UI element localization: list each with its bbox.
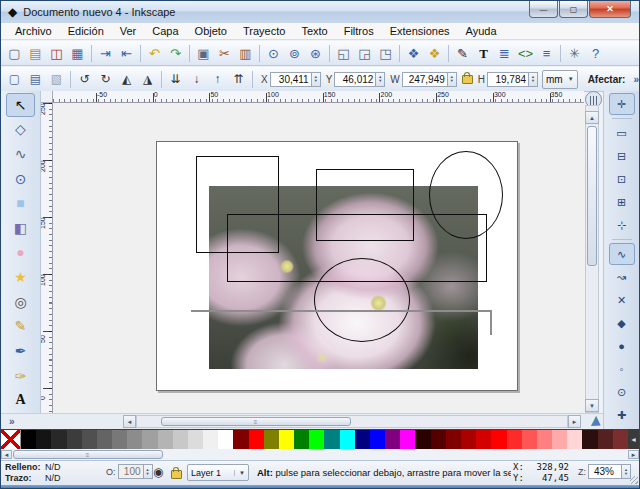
palette-swatch-20[interactable] bbox=[309, 430, 324, 449]
scroll-right-button[interactable]: ► bbox=[568, 415, 581, 428]
palette-swatch-19[interactable] bbox=[294, 430, 309, 449]
menu-item-edicion[interactable]: Edición bbox=[60, 24, 112, 38]
minimize-button[interactable]: — bbox=[529, 1, 558, 18]
xml-editor-button[interactable]: <> bbox=[515, 43, 536, 64]
menu-item-ver[interactable]: Ver bbox=[112, 24, 145, 38]
scroll-down-button[interactable]: ▼ bbox=[585, 399, 599, 412]
rotate-ccw-button[interactable]: ↺ bbox=[74, 69, 95, 90]
palette-swatch-26[interactable] bbox=[400, 430, 415, 449]
palette-swatch-16[interactable] bbox=[249, 430, 264, 449]
layer-visibility-eye-icon[interactable]: ◉ bbox=[153, 465, 163, 479]
select-all-button[interactable]: ▢ bbox=[4, 69, 25, 90]
palette-swatch-18[interactable] bbox=[279, 430, 294, 449]
lower-to-bottom-button[interactable]: ⇊ bbox=[165, 69, 186, 90]
new-document-button[interactable]: ▢ bbox=[4, 43, 25, 64]
paste-button[interactable]: ▥ bbox=[235, 43, 256, 64]
snap-path-intersections-button[interactable]: ✕ bbox=[609, 289, 635, 311]
canvas[interactable] bbox=[53, 103, 585, 413]
menu-item-filtros[interactable]: Filtros bbox=[336, 24, 382, 38]
snap-bounding-box-button[interactable]: ▭ bbox=[609, 122, 635, 144]
palette-swatch-8[interactable] bbox=[127, 430, 142, 449]
scroll-left-button[interactable]: ◄ bbox=[123, 415, 136, 428]
snap-smooth-nodes-button[interactable]: ● bbox=[609, 335, 635, 357]
snap-bbox-edges-button[interactable]: ⊟ bbox=[609, 145, 635, 167]
palette-swatch-22[interactable] bbox=[340, 430, 355, 449]
palette-swatch-9[interactable] bbox=[142, 430, 157, 449]
palette-swatch-10[interactable] bbox=[158, 430, 173, 449]
scroll-up-button[interactable]: ▲ bbox=[585, 111, 599, 124]
palette-swatch-13[interactable] bbox=[203, 430, 218, 449]
palette-swatch-35[interactable] bbox=[537, 430, 552, 449]
zoom-input[interactable]: 43% bbox=[588, 464, 622, 479]
snap-toggle-button[interactable]: ✛ bbox=[609, 93, 635, 115]
ellipse-shape-2[interactable] bbox=[314, 258, 410, 342]
lower-button[interactable]: ↓ bbox=[186, 69, 207, 90]
palette-scroll-right-button[interactable]: ► bbox=[628, 450, 639, 459]
palette-swatch-5[interactable] bbox=[82, 430, 97, 449]
ungroup-objects-button[interactable]: ❖ bbox=[424, 43, 445, 64]
tool-text[interactable]: A bbox=[6, 388, 35, 412]
palette-swatch-15[interactable] bbox=[233, 430, 248, 449]
tool-ellipse[interactable]: ● bbox=[6, 241, 35, 265]
layers-dialog-button[interactable]: ≣ bbox=[494, 43, 515, 64]
title-bar[interactable]: ◆ Documento nuevo 4 - Inkscape — ▢ ✕ bbox=[1, 1, 639, 24]
y-position-field[interactable]: Y 46,012 ▲▼ bbox=[326, 72, 386, 87]
unlink-clone-button[interactable]: ◳ bbox=[375, 43, 396, 64]
palette-swatch-2[interactable] bbox=[36, 430, 51, 449]
line-path-horizontal[interactable] bbox=[191, 310, 491, 312]
raise-button[interactable]: ↑ bbox=[207, 69, 228, 90]
maximize-button[interactable]: ▢ bbox=[559, 1, 588, 18]
palette-swatch-39[interactable] bbox=[598, 430, 613, 449]
text-dialog-button[interactable]: T bbox=[473, 43, 494, 64]
line-path-vertical[interactable] bbox=[490, 310, 492, 335]
tool-pencil[interactable]: ✎ bbox=[6, 314, 35, 338]
palette-swatch-17[interactable] bbox=[264, 430, 279, 449]
palette-more-button[interactable]: ◄ bbox=[628, 429, 639, 449]
tool-options-overflow-button[interactable]: » bbox=[633, 74, 639, 85]
resize-grip[interactable] bbox=[630, 476, 638, 484]
palette-swatch-3[interactable] bbox=[51, 430, 66, 449]
x-position-field[interactable]: X 30,411 ▲▼ bbox=[261, 72, 321, 87]
palette-swatch-37[interactable] bbox=[567, 430, 582, 449]
palette-swatch-14[interactable] bbox=[218, 430, 233, 449]
palette-swatch-23[interactable] bbox=[355, 430, 370, 449]
tool-selector[interactable]: ↖ bbox=[6, 93, 35, 117]
tool-box-3d[interactable]: ◧ bbox=[6, 216, 35, 240]
tool-bezier-pen[interactable]: ✒ bbox=[6, 339, 35, 363]
about-help-button[interactable]: ? bbox=[585, 43, 606, 64]
palette-swatch-11[interactable] bbox=[173, 430, 188, 449]
palette-swatch-33[interactable] bbox=[507, 430, 522, 449]
palette-swatch-32[interactable] bbox=[491, 430, 506, 449]
palette-scroll-left-button[interactable]: ◄ bbox=[1, 450, 12, 459]
palette-swatch-25[interactable] bbox=[385, 430, 400, 449]
align-distribute-button[interactable]: ≡ bbox=[536, 43, 557, 64]
vertical-scrollbar-thumb[interactable] bbox=[587, 126, 597, 266]
palette-swatch-40[interactable] bbox=[613, 430, 628, 449]
menu-item-trayecto[interactable]: Trayecto bbox=[235, 24, 293, 38]
palette-swatch-31[interactable] bbox=[476, 430, 491, 449]
height-spinner[interactable]: ▲▼ bbox=[529, 72, 538, 87]
palette-swatch-30[interactable] bbox=[461, 430, 476, 449]
opacity-input[interactable]: 100 bbox=[118, 464, 144, 479]
vertical-ruler[interactable]: 250200150100500 bbox=[41, 103, 53, 413]
palette-swatch-27[interactable] bbox=[415, 430, 430, 449]
horizontal-scrollbar-thumb[interactable]: ≡ bbox=[161, 417, 351, 426]
menu-item-objeto[interactable]: Objeto bbox=[187, 24, 235, 38]
width-field[interactable]: W 247,949 ▲▼ bbox=[390, 72, 456, 87]
tool-calligraphy[interactable]: ✑ bbox=[6, 364, 35, 388]
undo-button[interactable]: ↶ bbox=[144, 43, 165, 64]
tool-spiral[interactable]: ◎ bbox=[6, 290, 35, 314]
save-document-button[interactable]: ◫ bbox=[46, 43, 67, 64]
opacity-field[interactable]: O: 100 ▲▼ bbox=[106, 464, 153, 479]
palette-swatch-7[interactable] bbox=[112, 430, 127, 449]
palette-scrollbar-thumb[interactable]: ≡ bbox=[13, 450, 163, 459]
palette-swatch-12[interactable] bbox=[188, 430, 203, 449]
preferences-button[interactable]: ✳ bbox=[564, 43, 585, 64]
duplicate-button[interactable]: ◱ bbox=[333, 43, 354, 64]
snap-object-centers-button[interactable]: ⊙ bbox=[609, 381, 635, 403]
tool-zoom[interactable]: ⊙ bbox=[6, 167, 35, 191]
menu-item-texto[interactable]: Texto bbox=[293, 24, 335, 38]
units-dropdown[interactable]: mm ▼ bbox=[542, 70, 578, 89]
tool-tweak[interactable]: ∿ bbox=[6, 142, 35, 166]
snap-bbox-edge-midpoints-button[interactable]: ⊞ bbox=[609, 191, 635, 213]
